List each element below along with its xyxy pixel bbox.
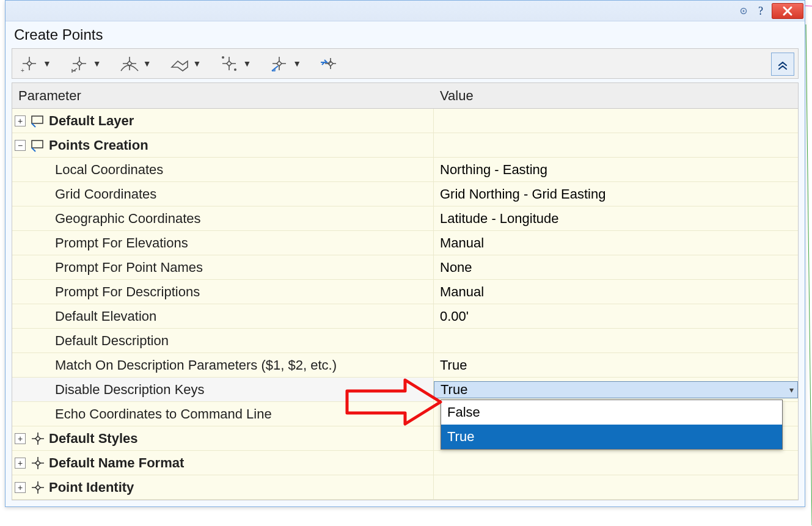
param-value[interactable]: None	[434, 260, 798, 276]
param-label: Match On Description Parameters ($1, $2,…	[12, 357, 337, 373]
toolbar: +▼ ▼ ▼ ▼ ▼ ▼	[12, 48, 799, 79]
tool-manual-point[interactable]: +▼	[18, 49, 51, 78]
property-grid: Parameter Value + Default Layer − Points…	[12, 82, 799, 500]
param-label: Prompt For Elevations	[12, 235, 188, 251]
svg-point-4	[743, 10, 745, 12]
expand-icon[interactable]: +	[15, 482, 26, 493]
selected-value: True	[441, 382, 467, 398]
col-header-parameter[interactable]: Parameter	[12, 88, 434, 104]
param-label: Geographic Coordinates	[12, 211, 200, 227]
svg-text:?: ?	[758, 5, 763, 17]
category-label: Default Name Format	[49, 455, 184, 471]
category-default-name-format[interactable]: + Default Name Format	[12, 451, 798, 475]
collapse-panel-button[interactable]	[771, 53, 794, 76]
grid-header: Parameter Value	[12, 83, 798, 109]
param-value[interactable]: Latitude - Longitude	[434, 211, 798, 227]
param-local-coordinates[interactable]: Local Coordinates Northing - Easting	[12, 158, 798, 182]
chevron-down-icon: ▼	[243, 59, 251, 68]
param-geographic-coordinates[interactable]: Geographic Coordinates Latitude - Longit…	[12, 206, 798, 231]
category-points-creation[interactable]: − Points Creation	[12, 133, 798, 158]
param-label: Disable Description Keys	[12, 382, 205, 398]
help-button[interactable]: ?	[753, 3, 770, 19]
param-value[interactable]: 0.00'	[434, 309, 798, 324]
param-label: Prompt For Descriptions	[12, 284, 200, 300]
svg-point-8	[234, 68, 236, 71]
param-value[interactable]: Manual	[434, 235, 798, 251]
expand-icon[interactable]: +	[15, 458, 26, 469]
svg-text:+: +	[21, 67, 24, 74]
param-label: Local Coordinates	[12, 162, 163, 178]
expand-icon[interactable]: +	[15, 433, 26, 444]
svg-rect-9	[32, 116, 43, 123]
dropdown-option-true[interactable]: True	[441, 425, 782, 449]
category-label: Default Styles	[49, 431, 138, 447]
category-icon	[29, 112, 46, 130]
dropdown-disable-description-keys[interactable]: False True	[441, 400, 783, 450]
param-value[interactable]: Manual	[434, 284, 798, 300]
param-value[interactable]: True	[434, 357, 798, 373]
svg-point-7	[222, 56, 224, 59]
param-grid-coordinates[interactable]: Grid Coordinates Grid Northing - Grid Ea…	[12, 182, 798, 206]
point-icon	[29, 479, 46, 496]
param-value-dropdown[interactable]: True ▾	[434, 381, 798, 398]
chevron-down-icon: ▼	[293, 59, 301, 68]
tool-slope-point[interactable]: ▼	[268, 49, 301, 78]
param-label: Default Description	[12, 333, 169, 349]
svg-line-1	[806, 24, 812, 525]
category-label: Point Identity	[49, 480, 134, 495]
param-prompt-point-names[interactable]: Prompt For Point Names None	[12, 255, 798, 280]
chevron-down-icon: ▼	[143, 59, 152, 68]
chevron-down-icon: ▼	[93, 59, 101, 68]
param-value[interactable]: Grid Northing - Grid Easting	[434, 186, 798, 202]
dropdown-option-false[interactable]: False	[441, 400, 782, 425]
dialog-title: Create Points	[5, 21, 805, 46]
point-icon	[29, 430, 46, 447]
svg-rect-10	[32, 141, 43, 148]
param-label: Default Elevation	[12, 309, 156, 324]
chevron-down-icon[interactable]: ▾	[789, 385, 794, 395]
param-default-description[interactable]: Default Description	[12, 329, 798, 353]
col-header-value[interactable]: Value	[434, 88, 798, 104]
param-label: Prompt For Point Names	[12, 260, 203, 276]
create-points-dialog: ? Create Points +▼ ▼ ▼ ▼ ▼ ▼	[5, 0, 805, 507]
tool-import-points[interactable]	[318, 49, 340, 78]
category-default-layer[interactable]: + Default Layer	[12, 109, 798, 133]
param-default-elevation[interactable]: Default Elevation 0.00'	[12, 304, 798, 329]
param-label: Echo Coordinates to Command Line	[12, 406, 272, 422]
param-prompt-elevations[interactable]: Prompt For Elevations Manual	[12, 231, 798, 255]
collapse-icon[interactable]: −	[15, 140, 26, 151]
param-label: Grid Coordinates	[12, 186, 156, 202]
close-button[interactable]	[772, 3, 803, 19]
param-match-description-params[interactable]: Match On Description Parameters ($1, $2,…	[12, 353, 798, 378]
category-label: Points Creation	[49, 137, 148, 153]
expand-icon[interactable]: +	[15, 115, 26, 126]
tool-alignment-point[interactable]: ▼	[119, 49, 152, 78]
point-icon	[29, 455, 46, 472]
pin-button[interactable]	[735, 3, 752, 19]
param-prompt-descriptions[interactable]: Prompt For Descriptions Manual	[12, 280, 798, 304]
chevron-down-icon: ▼	[193, 59, 202, 68]
category-icon	[29, 137, 46, 154]
category-point-identity[interactable]: + Point Identity	[12, 475, 798, 500]
category-label: Default Layer	[49, 113, 134, 129]
tool-intersection-point[interactable]: ▼	[68, 49, 101, 78]
param-value[interactable]: Northing - Easting	[434, 162, 798, 178]
tool-interpolate-point[interactable]: ▼	[218, 49, 251, 78]
chevron-down-icon: ▼	[43, 59, 51, 68]
tool-surface-point[interactable]: ▼	[169, 49, 202, 78]
titlebar: ?	[5, 1, 805, 21]
param-disable-description-keys[interactable]: Disable Description Keys True ▾	[12, 378, 798, 402]
